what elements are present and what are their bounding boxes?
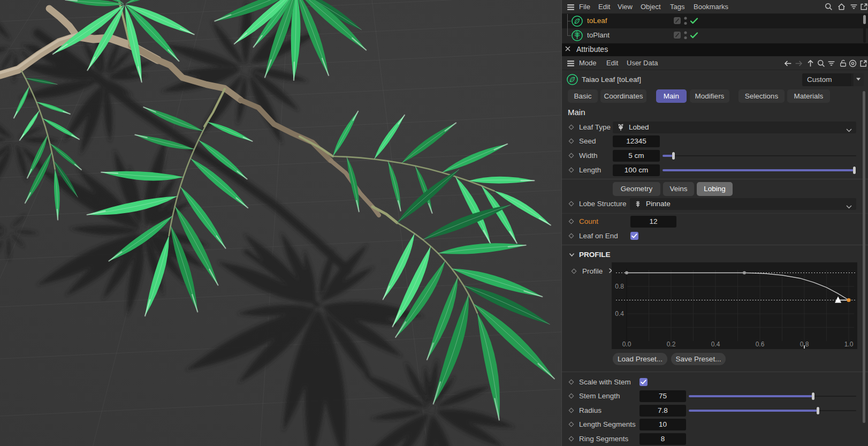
width-input[interactable]: 5 cm [613,150,660,162]
menu-mode[interactable]: Mode [579,58,597,68]
param-row-ring-segments: Ring Segments 8 [562,433,868,445]
length-input[interactable]: 100 cm [613,164,660,176]
tab-modifiers[interactable]: Modifiers [690,89,729,103]
object-manager-menubar: File Edit View Object Tags Bookmarks [562,0,868,14]
popout-icon[interactable] [859,2,868,11]
param-diamond-icon[interactable] [569,201,574,207]
param-diamond-icon[interactable] [569,436,574,442]
object-row-toplant[interactable]: toPlant [562,28,868,43]
param-label: Length [579,166,601,175]
load-preset-button[interactable]: Load Preset... [613,353,667,365]
enabled-check-icon[interactable] [689,16,699,26]
profile-curve-graph[interactable]: 0.80.40.00.20.40.60.81.0 [612,262,857,349]
length-segments-input[interactable]: 10 [639,419,686,430]
param-diamond-icon[interactable] [569,139,574,144]
profile-section-title: PROFILE [579,251,611,259]
object-header: Taiao Leaf [toLeaf] Custom [562,70,868,89]
editor-visibility-toggle[interactable] [672,16,683,26]
param-diamond-icon[interactable] [569,125,574,130]
home-icon[interactable] [837,2,846,11]
object-name[interactable]: toLeaf [587,17,607,25]
leaf-type-value: Lobed [629,123,649,132]
slider-thumb[interactable] [853,167,856,174]
menu-edit-attr[interactable]: Edit [606,58,618,68]
param-diamond-icon[interactable] [569,233,574,239]
radius-input[interactable]: 7.8 [639,405,686,417]
param-diamond-icon[interactable] [569,153,574,158]
menu-file[interactable]: File [579,2,590,12]
section-heading: Main [568,108,585,117]
enabled-check-icon[interactable] [689,30,699,41]
param-diamond-icon[interactable] [569,219,574,224]
object-manager-scrollbar-thumb[interactable] [863,15,866,24]
slider-fill [663,169,855,171]
slider-thumb[interactable] [672,152,675,160]
tab-selections[interactable]: Selections [738,89,785,103]
menu-view[interactable]: View [618,2,633,12]
tab-coordinates[interactable]: Coordinates [600,89,646,103]
profile-section-header[interactable]: PROFILE [562,250,868,260]
radius-slider[interactable] [689,406,856,415]
param-diamond-icon[interactable] [569,422,574,427]
record-target-icon[interactable] [848,59,857,68]
back-arrow-icon[interactable] [783,59,793,68]
up-arrow-icon[interactable] [806,59,815,68]
close-icon[interactable] [564,45,572,52]
subtab-veins[interactable]: Veins [663,182,694,196]
menu-tags[interactable]: Tags [670,2,684,12]
object-name[interactable]: toPlant [587,31,610,40]
param-row-seed: Seed 12345 [562,135,868,148]
lobed-leaf-icon [616,123,625,132]
search-icon[interactable] [824,2,833,11]
attributes-menu-icon[interactable] [566,59,575,68]
param-diamond-icon[interactable] [569,394,574,399]
preset-dropdown-caret[interactable] [852,73,864,86]
slider-thumb[interactable] [817,407,819,414]
subtab-lobing[interactable]: Lobing [697,182,733,196]
param-label: Radius [579,406,601,415]
stem-length-input[interactable]: 75 [639,390,686,402]
seed-input[interactable]: 12345 [613,135,660,147]
scale-with-stem-checkbox[interactable] [639,378,648,386]
menu-object[interactable]: Object [641,2,661,12]
slider-thumb[interactable] [812,392,814,400]
panel-menu-icon[interactable] [566,3,575,12]
viewport-3d[interactable] [0,0,561,446]
chevron-down-icon[interactable] [568,251,575,258]
lock-icon[interactable] [839,59,848,68]
svg-text:0.0: 0.0 [622,341,631,348]
tab-materials[interactable]: Materials [787,89,830,103]
length-slider[interactable] [663,166,856,175]
lobe-structure-dropdown[interactable]: Pinnate [630,198,856,210]
attributes-toolbar: Mode Edit User Data [562,56,868,70]
save-preset-button[interactable]: Save Preset... [671,353,726,365]
param-row-lobe-structure: Lobe Structure Pinnate [562,198,868,210]
preset-dropdown[interactable]: Custom [802,73,852,86]
stem-length-slider[interactable] [689,392,856,400]
editor-visibility-toggle[interactable] [672,30,683,41]
leaf-on-end-checkbox[interactable] [630,232,638,240]
width-slider[interactable] [663,152,856,160]
menu-user-data[interactable]: User Data [627,58,658,68]
attributes-scrollbar-thumb[interactable] [863,91,865,423]
forward-arrow-icon[interactable] [794,59,803,68]
slider-track[interactable] [663,155,856,156]
param-diamond-icon[interactable] [569,380,574,385]
param-diamond-icon[interactable] [569,168,574,173]
tab-main[interactable]: Main [656,89,687,103]
filter-icon[interactable] [849,2,858,11]
subtab-geometry[interactable]: Geometry [613,182,660,196]
tab-basic[interactable]: Basic [568,89,598,103]
menu-bookmarks[interactable]: Bookmarks [694,2,728,12]
ring-segments-input[interactable]: 8 [639,433,686,445]
param-diamond-icon[interactable] [569,408,574,413]
leaf-type-dropdown[interactable]: Lobed [613,122,856,133]
tree-line [567,21,568,36]
param-diamond-icon[interactable] [572,269,577,274]
filter-icon[interactable] [827,59,836,68]
menu-edit[interactable]: Edit [598,2,610,12]
object-row-toleaf[interactable]: toLeaf [562,14,868,28]
search-icon[interactable] [817,59,826,68]
popout-icon[interactable] [859,59,868,68]
count-input[interactable]: 12 [630,216,676,228]
